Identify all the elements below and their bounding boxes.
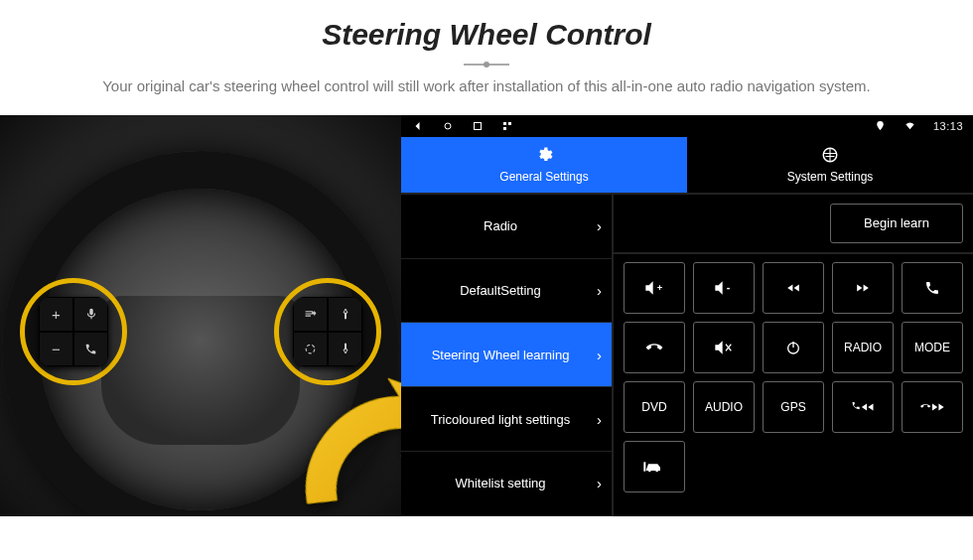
nav-back-icon[interactable] bbox=[411, 119, 425, 133]
learning-key-grid: + - bbox=[614, 254, 973, 516]
key-label: DVD bbox=[641, 400, 666, 414]
wheel-btn-vol-up[interactable]: + bbox=[39, 297, 73, 332]
key-call-next[interactable] bbox=[902, 381, 963, 433]
menu-item-radio[interactable]: Radio › bbox=[401, 195, 612, 259]
menu-item-steering-wheel-learning[interactable]: Steering Wheel learning › bbox=[401, 323, 612, 387]
key-mode[interactable]: MODE bbox=[902, 322, 963, 373]
svg-point-1 bbox=[445, 123, 451, 129]
button-label: Begin learn bbox=[864, 215, 929, 230]
wheel-button-cluster-left: + − bbox=[20, 278, 127, 385]
menu-label: DefaultSetting bbox=[460, 283, 541, 298]
svg-text:+: + bbox=[657, 283, 663, 293]
tab-general-settings[interactable]: General Settings bbox=[401, 137, 687, 193]
wheel-hub bbox=[101, 296, 300, 445]
menu-item-whitelist[interactable]: Whitelist setting › bbox=[401, 452, 612, 516]
key-gps[interactable]: GPS bbox=[763, 381, 824, 433]
gear-icon bbox=[535, 146, 553, 168]
key-volume-up[interactable]: + bbox=[624, 262, 685, 314]
gps-icon bbox=[874, 119, 888, 133]
wheel-btn-cycle[interactable] bbox=[293, 332, 328, 366]
chevron-right-icon: › bbox=[597, 282, 602, 299]
chevron-right-icon: › bbox=[597, 475, 602, 491]
wheel-button-cluster-right bbox=[274, 278, 381, 385]
tab-label: General Settings bbox=[499, 170, 588, 184]
status-clock: 13:13 bbox=[933, 120, 963, 132]
menu-label: Steering Wheel learning bbox=[432, 348, 570, 362]
wheel-btn-source[interactable] bbox=[293, 297, 328, 332]
wheel-btn-voice[interactable] bbox=[73, 297, 108, 332]
tab-system-settings[interactable]: System Settings bbox=[687, 137, 973, 193]
page-subtitle: Your original car's steering wheel contr… bbox=[99, 75, 874, 97]
key-label: RADIO bbox=[844, 341, 882, 354]
begin-learn-button[interactable]: Begin learn bbox=[830, 204, 963, 243]
wheel-btn-up[interactable] bbox=[328, 297, 362, 332]
key-car[interactable] bbox=[624, 441, 685, 492]
steering-wheel-image: + − bbox=[0, 115, 401, 516]
chevron-right-icon: › bbox=[597, 411, 602, 428]
menu-label: Tricoloured light settings bbox=[431, 412, 570, 427]
menu-item-tricoloured-light[interactable]: Tricoloured light settings › bbox=[401, 387, 612, 452]
android-status-bar: 13:13 bbox=[401, 115, 973, 137]
nav-home-icon[interactable] bbox=[441, 119, 455, 133]
key-dvd[interactable]: DVD bbox=[624, 381, 685, 433]
key-call-prev[interactable] bbox=[832, 381, 894, 433]
key-power[interactable] bbox=[763, 322, 824, 373]
svg-text:-: - bbox=[727, 280, 731, 292]
title-divider bbox=[464, 64, 509, 66]
key-radio[interactable]: RADIO bbox=[832, 322, 894, 373]
key-hangup[interactable] bbox=[624, 322, 685, 373]
system-icon bbox=[821, 146, 839, 168]
key-audio[interactable]: AUDIO bbox=[693, 381, 755, 433]
chevron-right-icon: › bbox=[597, 217, 602, 234]
wheel-btn-phone[interactable] bbox=[73, 332, 108, 366]
head-unit-screen: 13:13 General Settings System Settings bbox=[401, 115, 973, 516]
svg-point-0 bbox=[306, 345, 315, 353]
svg-rect-11 bbox=[643, 462, 645, 471]
nav-recent-icon[interactable] bbox=[471, 119, 485, 133]
key-call[interactable] bbox=[902, 262, 963, 314]
key-volume-down[interactable]: - bbox=[693, 262, 755, 314]
tab-label: System Settings bbox=[787, 170, 874, 184]
menu-item-default-setting[interactable]: DefaultSetting › bbox=[401, 259, 612, 324]
chevron-right-icon: › bbox=[597, 347, 602, 363]
wifi-icon bbox=[904, 119, 917, 133]
key-label: MODE bbox=[914, 341, 950, 354]
key-mute[interactable] bbox=[693, 322, 755, 373]
menu-label: Radio bbox=[484, 218, 517, 233]
wheel-btn-down[interactable] bbox=[328, 332, 362, 366]
svg-rect-5 bbox=[503, 127, 506, 130]
key-next-track[interactable] bbox=[832, 262, 894, 314]
key-label: GPS bbox=[780, 400, 805, 414]
key-label: AUDIO bbox=[705, 400, 743, 414]
page-title: Steering Wheel Control bbox=[20, 18, 953, 52]
menu-label: Whitelist setting bbox=[455, 476, 545, 490]
svg-rect-2 bbox=[475, 122, 482, 129]
svg-rect-3 bbox=[503, 122, 506, 125]
settings-menu: Radio › DefaultSetting › Steering Wheel … bbox=[401, 195, 614, 516]
svg-rect-4 bbox=[508, 122, 511, 125]
key-prev-track[interactable] bbox=[763, 262, 824, 314]
wheel-btn-vol-down[interactable]: − bbox=[39, 332, 73, 366]
nav-apps-icon[interactable] bbox=[500, 119, 514, 133]
